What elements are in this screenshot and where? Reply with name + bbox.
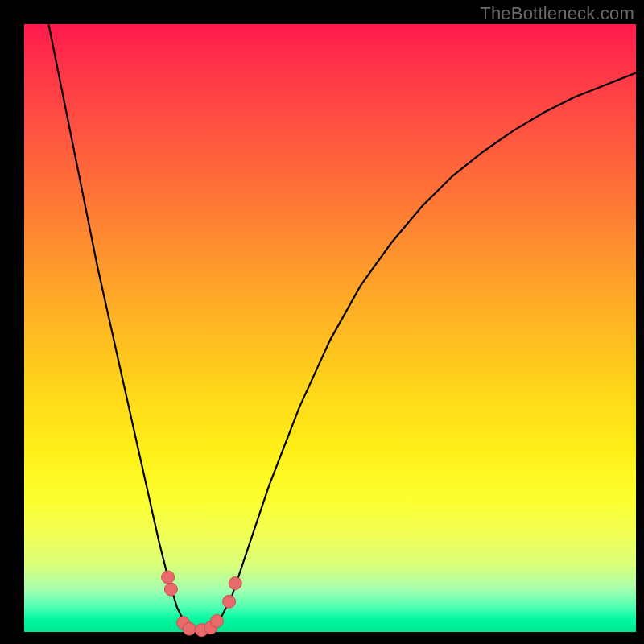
- curve-marker: [162, 571, 175, 584]
- curve-marker: [164, 583, 177, 596]
- curve-marker: [229, 577, 242, 590]
- curve-marker: [183, 622, 196, 635]
- curve-marker: [210, 614, 223, 627]
- chart-frame: TheBottleneck.com: [0, 0, 644, 644]
- plot-area: [24, 24, 636, 632]
- watermark-text: TheBottleneck.com: [480, 3, 634, 24]
- curve-marker: [223, 595, 236, 608]
- curve-markers: [162, 571, 242, 637]
- bottleneck-curve: [48, 24, 636, 632]
- curve-layer: [24, 24, 636, 632]
